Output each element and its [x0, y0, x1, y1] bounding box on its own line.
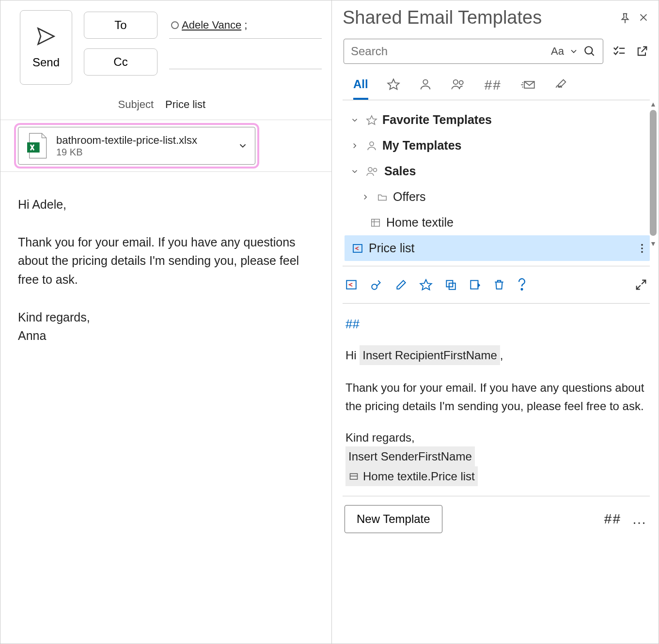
svg-point-9 — [453, 80, 457, 84]
send-label: Send — [32, 56, 60, 69]
placeholder-recipient[interactable]: Insert RecipientFirstName — [360, 345, 500, 365]
tree-sales[interactable]: Sales — [345, 158, 650, 184]
svg-point-10 — [459, 81, 463, 85]
tree-my-templates[interactable]: My Templates — [345, 133, 650, 158]
open-external-icon[interactable] — [635, 45, 649, 58]
svg-point-24 — [372, 284, 377, 290]
cc-button[interactable]: Cc — [84, 48, 157, 76]
subject-row: Subject Price list — [0, 85, 331, 120]
tab-personal[interactable] — [419, 77, 432, 100]
svg-rect-19 — [353, 245, 362, 252]
svg-marker-7 — [388, 79, 399, 90]
subject-input[interactable]: Price list — [165, 98, 205, 111]
case-toggle[interactable]: Aa — [551, 45, 564, 58]
svg-marker-12 — [367, 116, 377, 124]
compose-pane: Send To Adele Vance; Cc Subject Price li… — [0, 0, 332, 644]
tree-favorites[interactable]: Favorite Templates — [345, 107, 650, 133]
excel-icon — [25, 132, 49, 159]
template-actions — [343, 271, 650, 298]
recipient-fields: To Adele Vance; Cc — [84, 10, 322, 77]
attachment-item[interactable]: bathroom-textile-price-list.xlsx 19 KB — [18, 127, 255, 165]
preview-body: Thank you for your email. If you have an… — [345, 379, 647, 414]
compose-header: Send To Adele Vance; Cc — [0, 0, 331, 85]
macros-button[interactable]: ## — [604, 511, 621, 527]
new-template-button[interactable]: New Template — [345, 505, 442, 533]
tab-macros[interactable]: ## — [485, 77, 502, 100]
filter-tabs: All ## — [343, 64, 650, 100]
tree-price-list[interactable]: Price list — [345, 235, 650, 261]
svg-point-15 — [374, 168, 377, 171]
search-icon[interactable] — [583, 45, 596, 58]
placeholder-sender[interactable]: Insert SenderFirstName — [345, 446, 475, 466]
close-icon[interactable] — [638, 12, 650, 24]
svg-point-21 — [641, 247, 643, 249]
tab-mail-merge[interactable] — [520, 77, 535, 100]
svg-rect-30 — [350, 474, 358, 479]
send-button[interactable]: Send — [20, 10, 72, 85]
pin-icon[interactable] — [619, 12, 630, 24]
template-preview: ## Hi Insert RecipientFirstName, Thank y… — [343, 308, 650, 496]
send-icon — [35, 26, 57, 47]
cc-input[interactable] — [169, 55, 322, 69]
recipient-chip[interactable]: Adele Vance — [182, 19, 241, 31]
table-icon — [348, 472, 359, 481]
compose-body[interactable]: Hi Adele, Thank you for your email. If y… — [0, 172, 331, 368]
attachment-name: bathroom-textile-price-list.xlsx — [56, 134, 197, 146]
svg-point-29 — [521, 289, 523, 290]
svg-point-20 — [641, 244, 643, 245]
svg-rect-27 — [449, 283, 455, 290]
delete-icon[interactable] — [493, 278, 505, 291]
pane-title: Shared Email Templates — [343, 7, 611, 28]
help-icon[interactable] — [517, 278, 527, 291]
import-icon[interactable] — [469, 278, 481, 291]
tab-team[interactable] — [451, 77, 466, 100]
templates-pane: Shared Email Templates Aa All ## — [332, 0, 659, 644]
preview-signoff: Kind regards, — [345, 429, 647, 446]
select-mode-icon[interactable] — [612, 44, 627, 59]
tab-signatures[interactable] — [554, 77, 568, 100]
attachment-size: 19 KB — [56, 147, 82, 157]
search-box[interactable]: Aa — [344, 39, 603, 64]
search-options-chevron-icon[interactable] — [569, 46, 579, 56]
edit-html-icon[interactable] — [370, 278, 383, 291]
svg-rect-16 — [372, 219, 380, 226]
svg-rect-26 — [446, 280, 453, 287]
expand-icon[interactable] — [634, 278, 648, 291]
scrollbar[interactable]: ▲ ▼ — [650, 100, 657, 247]
svg-point-3 — [585, 46, 592, 54]
to-button[interactable]: To — [84, 12, 157, 39]
tab-all[interactable]: All — [353, 77, 368, 100]
attachment-menu-chevron-icon[interactable] — [237, 140, 248, 151]
more-menu-icon[interactable]: … — [632, 511, 648, 527]
svg-line-4 — [591, 53, 594, 55]
edit-icon[interactable] — [395, 278, 408, 291]
svg-rect-23 — [346, 280, 356, 289]
to-input[interactable]: Adele Vance; — [169, 12, 322, 39]
svg-point-13 — [370, 142, 374, 146]
search-input[interactable] — [351, 45, 546, 58]
favorite-action-icon[interactable] — [419, 278, 433, 291]
presence-icon — [171, 21, 179, 29]
tree-home-textile[interactable]: Home textile — [345, 210, 650, 235]
attachments: bathroom-textile-price-list.xlsx 19 KB — [0, 120, 331, 172]
svg-point-8 — [423, 80, 427, 84]
svg-rect-28 — [471, 280, 478, 289]
macro-indicator[interactable]: ## — [345, 314, 360, 334]
tab-favorites[interactable] — [387, 77, 400, 100]
svg-rect-0 — [27, 142, 40, 153]
insert-icon[interactable] — [345, 278, 358, 291]
svg-marker-25 — [420, 280, 431, 290]
linked-dataset[interactable]: Home textile.Price list — [345, 466, 478, 486]
copy-icon[interactable] — [444, 278, 457, 291]
svg-point-14 — [368, 168, 372, 171]
subject-label: Subject — [80, 98, 154, 111]
tree-offers[interactable]: Offers — [345, 184, 650, 210]
item-menu-icon[interactable] — [640, 243, 644, 254]
svg-point-22 — [641, 251, 643, 253]
